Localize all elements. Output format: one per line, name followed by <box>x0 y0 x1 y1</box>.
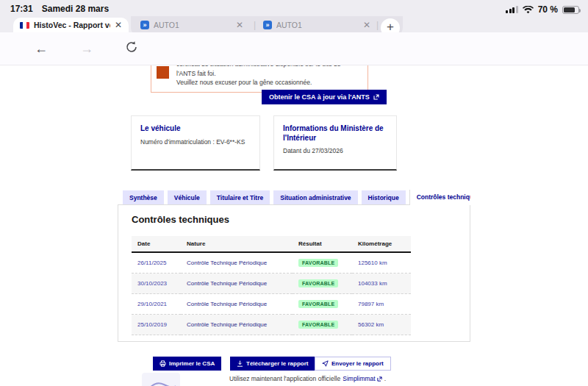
table-row: 30/10/2023 Contrôle Technique Périodique… <box>132 274 411 294</box>
warning-icon <box>157 66 169 79</box>
warning-alert: certificat de situation administrative d… <box>151 65 368 93</box>
alert-line-2: Veuillez nous excuser pour la gêne occas… <box>176 78 359 87</box>
table-row: 29/10/2021 Contrôle Technique Périodique… <box>132 294 411 315</box>
status-left: 17:31 Samedi 28 mars <box>10 4 109 14</box>
download-icon <box>237 360 243 367</box>
external-link-icon <box>377 376 382 382</box>
footer-app-promo: Utilisez maintenant l'application offici… <box>229 375 386 382</box>
footer-prefix: Utilisez maintenant l'application offici… <box>229 375 340 382</box>
tab-title: AUTO1 <box>154 21 232 29</box>
screen: 17:31 Samedi 28 mars 70 % HistoVec - Rap… <box>0 0 588 386</box>
cell-date: 29/10/2021 <box>132 294 181 315</box>
ministry-card-title: Informations du Ministère de l'Intérieur <box>283 124 387 143</box>
header-nature: Nature <box>181 236 293 252</box>
browser-tab-auto1-1[interactable]: » AUTO1 ✕ <box>136 18 248 32</box>
header-date: Date <box>132 236 181 252</box>
obtain-csa-label: Obtenir le CSA à jour via l'ANTS <box>269 93 370 101</box>
cell-resultat: FAVORABLE <box>293 274 352 294</box>
status-and-tab-bar: 17:31 Samedi 28 mars 70 % HistoVec - Rap… <box>0 0 588 32</box>
send-report-label: Envoyer le rapport <box>331 360 384 367</box>
close-tab-icon[interactable]: ✕ <box>363 21 370 29</box>
cell-kilometrage: 56302 km <box>352 315 411 335</box>
histovec-favicon-icon <box>20 22 29 29</box>
status-badge: FAVORABLE <box>298 279 338 287</box>
download-report-button[interactable]: Télécharger le rapport <box>230 357 315 371</box>
vehicle-card-title: Le véhicule <box>140 124 251 134</box>
controles-techniques-panel: Contrôles techniques Date Nature Résulta… <box>118 204 470 342</box>
obtain-csa-button[interactable]: Obtenir le CSA à jour via l'ANTS <box>262 90 387 104</box>
forward-icon[interactable]: → <box>80 40 93 57</box>
ministry-card-text: Datant du 27/03/2026 <box>283 147 387 154</box>
web-page: certificat de situation administrative d… <box>0 65 588 386</box>
battery-icon <box>562 6 579 14</box>
external-link-icon <box>373 94 379 100</box>
cell-nature: Contrôle Technique Périodique <box>181 274 293 294</box>
table-row: 26/11/2025 Contrôle Technique Périodique… <box>132 252 411 274</box>
tab-synthese[interactable]: Synthèse <box>123 190 164 205</box>
alert-line-1: certificat de situation administrative d… <box>176 65 359 78</box>
simplimmat-link[interactable]: Simplimmat <box>343 375 381 382</box>
auto1-favicon-icon: » <box>263 21 272 29</box>
cell-nature: Contrôle Technique Périodique <box>181 294 293 315</box>
vehicle-card: Le véhicule Numéro d'immatriculation : E… <box>131 115 260 171</box>
tab-titulaire-et-titre[interactable]: Titulaire et Titre <box>210 190 270 205</box>
footer-suffix: . <box>384 375 386 382</box>
tab-situation-administrative[interactable]: Situation administrative <box>273 190 357 205</box>
tab-vehicule[interactable]: Véhicule <box>168 190 207 205</box>
browser-tab-auto1-2[interactable]: » AUTO1 ✕ <box>259 18 375 32</box>
header-kilometrage: Kilométrage <box>352 236 411 252</box>
cell-date: 30/10/2023 <box>132 274 181 294</box>
tab-separator: | <box>376 20 379 30</box>
cell-kilometrage: 104033 km <box>352 274 411 294</box>
download-report-label: Télécharger le rapport <box>246 360 308 367</box>
cell-resultat: FAVORABLE <box>293 294 352 315</box>
clock: 17:31 <box>10 4 33 14</box>
reload-icon[interactable] <box>125 40 138 54</box>
status-badge: FAVORABLE <box>298 300 338 308</box>
print-csa-label: Imprimer le CSA <box>169 360 215 367</box>
status-badge: FAVORABLE <box>298 321 338 329</box>
table-header-row: Date Nature Résultat Kilométrage <box>132 236 411 252</box>
vehicle-card-text: Numéro d'immatriculation : EV-6**-KS <box>140 138 251 146</box>
simplimmat-app-image <box>142 373 180 386</box>
close-tab-icon[interactable]: ✕ <box>115 21 122 29</box>
wifi-icon <box>523 6 534 14</box>
cell-resultat: FAVORABLE <box>293 315 352 335</box>
close-tab-icon[interactable]: ✕ <box>236 21 243 29</box>
table-row: 25/10/2019 Contrôle Technique Périodique… <box>132 315 411 335</box>
tab-historique[interactable]: Historique <box>362 190 406 205</box>
status-badge: FAVORABLE <box>298 259 338 267</box>
send-icon <box>322 360 329 367</box>
date: Samedi 28 mars <box>42 4 109 14</box>
inspections-table: Date Nature Résultat Kilométrage 26/11/2… <box>132 236 411 335</box>
browser-tab-histovec[interactable]: HistoVec - Rapport vend ✕ <box>13 18 129 32</box>
cell-kilometrage: 125610 km <box>352 252 411 274</box>
tab-title: AUTO1 <box>276 21 359 29</box>
print-csa-button[interactable]: Imprimer le CSA <box>153 357 221 371</box>
status-right: 70 % <box>506 4 579 15</box>
header-resultat: Résultat <box>293 236 352 252</box>
cell-resultat: FAVORABLE <box>293 252 352 274</box>
auto1-favicon-icon: » <box>140 21 149 29</box>
cell-date: 26/11/2025 <box>132 252 181 274</box>
tab-title: HistoVec - Rapport vend <box>34 21 110 29</box>
ministry-card: Informations du Ministère de l'Intérieur… <box>273 115 397 171</box>
tab-separator: | <box>254 20 256 30</box>
tab-controles-techniques[interactable]: Contrôles techniques <box>409 190 470 205</box>
cell-date: 25/10/2019 <box>132 315 181 335</box>
send-report-button[interactable]: Envoyer le rapport <box>315 357 391 371</box>
printer-icon <box>159 360 166 367</box>
report-tab-bar: Synthèse Véhicule Titulaire et Titre Sit… <box>123 190 470 205</box>
cell-nature: Contrôle Technique Périodique <box>181 315 293 335</box>
simplimmat-link-label: Simplimmat <box>343 375 375 382</box>
browser-toolbar: ← → histovec.interieur.gouv.fr 3 ••• <box>0 32 588 65</box>
cell-nature: Contrôle Technique Périodique <box>181 252 293 274</box>
battery-percent: 70 % <box>538 4 558 15</box>
section-title: Contrôles techniques <box>132 214 229 225</box>
back-icon[interactable]: ← <box>35 40 48 57</box>
cell-kilometrage: 79897 km <box>352 294 411 315</box>
cellular-icon <box>506 6 518 13</box>
